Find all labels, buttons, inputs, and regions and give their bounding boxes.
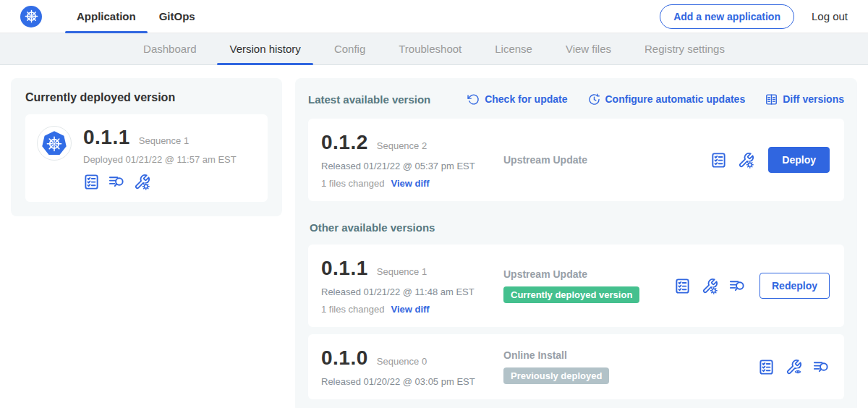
version-label: 0.1.1 <box>321 257 368 280</box>
app-tabs: Application GitOps <box>65 0 207 33</box>
sequence-label: Sequence 2 <box>377 140 427 151</box>
released-date-label: Released 01/21/22 @ 05:37 pm EST <box>321 161 503 171</box>
secondary-nav: Dashboard Version history Config Trouble… <box>0 33 868 65</box>
deploy-logs-icon[interactable] <box>109 174 125 190</box>
config-wrench-gear-icon[interactable] <box>702 278 718 294</box>
previously-deployed-badge: Previously deployed <box>503 367 609 384</box>
schedule-refresh-icon <box>588 93 600 106</box>
version-card-0-1-1: 0.1.1 Sequence 1 Released 01/21/22 @ 11:… <box>308 245 844 327</box>
refresh-icon <box>467 93 480 106</box>
config-wrench-gear-icon[interactable] <box>134 174 150 190</box>
deploy-button[interactable]: Deploy <box>768 147 830 173</box>
subnav-item-view-files[interactable]: View files <box>549 33 628 64</box>
preflight-checklist-icon[interactable] <box>83 174 100 190</box>
kubernetes-logo-icon <box>20 6 42 27</box>
deployed-sequence-label: Sequence 1 <box>139 135 189 146</box>
deploy-logs-icon[interactable] <box>813 359 830 375</box>
tab-gitops[interactable]: GitOps <box>148 0 207 33</box>
tab-application-label: Application <box>77 10 136 22</box>
version-label: 0.1.0 <box>321 347 368 370</box>
subnav-item-troubleshoot[interactable]: Troubleshoot <box>382 33 478 64</box>
files-changed-label: 1 files changed <box>321 304 384 315</box>
released-date-label: Released 01/21/22 @ 11:48 am EST <box>321 286 503 297</box>
subnav-item-dashboard[interactable]: Dashboard <box>127 33 213 64</box>
app-logo <box>37 126 72 161</box>
sequence-label: Sequence 0 <box>377 356 427 367</box>
files-changed-label: 1 files changed <box>321 178 384 189</box>
tab-application[interactable]: Application <box>65 0 148 33</box>
helm-wheel-icon <box>24 9 39 24</box>
available-versions-panel: Latest available version Check for updat… <box>295 78 857 408</box>
header-right: Add a new application Log out <box>660 0 848 33</box>
subnav-item-config[interactable]: Config <box>318 33 382 64</box>
diff-columns-icon <box>765 93 778 106</box>
deployed-panel-title: Currently deployed version <box>25 91 268 104</box>
configure-updates-label: Configure automatic updates <box>605 93 746 105</box>
currently-deployed-panel: Currently deployed version 0.1.1 Sequenc… <box>11 78 282 216</box>
deployed-date-label: Deployed 01/21/22 @ 11:57 am EST <box>83 154 237 165</box>
kubernetes-heptagon-icon <box>40 129 69 158</box>
version-source-label: Upstream Update <box>503 268 674 280</box>
latest-available-title: Latest available version <box>308 93 430 106</box>
check-for-update-link[interactable]: Check for update <box>467 93 567 106</box>
currently-deployed-badge: Currently deployed version <box>503 286 639 303</box>
view-diff-link[interactable]: View diff <box>391 304 429 315</box>
subnav-item-registry-settings[interactable]: Registry settings <box>628 33 741 64</box>
released-date-label: Released 01/20/22 @ 03:05 pm EST <box>321 376 503 387</box>
preflight-checklist-icon[interactable] <box>674 278 691 294</box>
diff-versions-link[interactable]: Diff versions <box>765 93 844 106</box>
version-source-label: Upstream Update <box>503 154 710 166</box>
top-header: Application GitOps Add a new application… <box>0 0 868 33</box>
preflight-checklist-icon[interactable] <box>710 152 727 169</box>
subnav-item-version-history[interactable]: Version history <box>213 33 317 64</box>
redeploy-button[interactable]: Redeploy <box>760 273 830 299</box>
add-application-button[interactable]: Add a new application <box>660 4 794 29</box>
sequence-label: Sequence 1 <box>377 266 427 277</box>
version-card-0-1-2: 0.1.2 Sequence 2 Released 01/21/22 @ 05:… <box>308 119 844 201</box>
preflight-checklist-icon[interactable] <box>758 359 775 375</box>
tab-gitops-label: GitOps <box>159 10 195 22</box>
check-for-update-label: Check for update <box>485 93 567 105</box>
view-diff-link[interactable]: View diff <box>391 178 429 189</box>
diff-versions-label: Diff versions <box>783 93 844 105</box>
version-card-0-1-0: 0.1.0 Sequence 0 Released 01/20/22 @ 03:… <box>308 334 844 399</box>
deployed-version-label: 0.1.1 <box>83 126 130 149</box>
config-wrench-eye-icon[interactable] <box>786 359 802 375</box>
configure-automatic-updates-link[interactable]: Configure automatic updates <box>588 93 746 106</box>
subnav-item-license[interactable]: License <box>478 33 549 64</box>
version-label: 0.1.2 <box>321 131 368 154</box>
main-content: Currently deployed version 0.1.1 Sequenc… <box>0 65 868 408</box>
deployed-version-card: 0.1.1 Sequence 1 Deployed 01/21/22 @ 11:… <box>25 114 268 202</box>
deploy-logs-icon[interactable] <box>729 278 746 294</box>
logout-link[interactable]: Log out <box>812 10 848 22</box>
config-wrench-gear-icon[interactable] <box>738 152 754 169</box>
other-versions-title: Other available versions <box>310 221 844 234</box>
version-source-label: Online Install <box>503 349 758 361</box>
